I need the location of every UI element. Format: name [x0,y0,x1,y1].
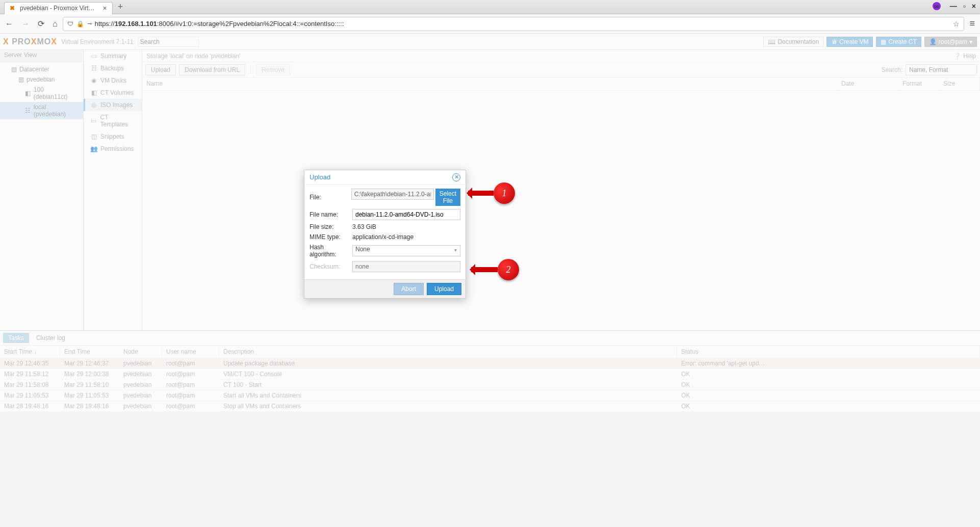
resource-tree: ▤Datacenter▥pvedebian◧100 (debian11ct)☷l… [0,62,83,121]
tab-tasks[interactable]: Tasks [3,333,29,343]
reload-icon[interactable]: ⟳ [38,19,44,29]
new-tab-button[interactable]: + [118,2,123,12]
task-row[interactable]: Mar 29 11:58:08Mar 29 11:58:10pvedebianr… [0,380,980,390]
tree-label: local (pvedebian) [34,103,79,118]
browser-toolbar: ← → ⟳ ⌂ 🛡 🔒 ⊸ https://192.168.1.101:8006… [0,14,980,34]
user-menu-button[interactable]: 👤root@pam ▾ [924,37,977,47]
nav-icon: 👥 [90,145,97,152]
hash-algo-label: Hash algorithm: [310,244,352,258]
filesize-value: 3.63 GiB [352,223,460,230]
modal-header[interactable]: Upload ✕ [304,170,466,185]
cube-icon: ▦ [881,38,886,45]
col-format[interactable]: Format [898,77,939,90]
tab-cluster-log[interactable]: Cluster log [31,333,70,343]
bookmark-star-icon[interactable]: ☆ [953,20,960,28]
nav-item[interactable]: ▭CT Templates [84,111,142,130]
upload-button[interactable]: Upload [145,64,176,75]
nav-label: ISO Images [100,101,133,109]
select-file-button[interactable]: Select File [435,189,460,206]
minimize-icon[interactable]: — [950,2,957,10]
book-icon: 📖 [768,38,776,45]
modal-close-icon[interactable]: ✕ [452,173,460,181]
col-start-time[interactable]: Start Time ↓ [0,346,60,358]
nav-item[interactable]: ◧CT Volumes [84,87,142,99]
col-status[interactable]: Status [677,346,980,358]
task-row[interactable]: Mar 29 11:58:12Mar 29 12:00:38pvedebianr… [0,369,980,380]
forward-icon[interactable]: → [21,19,30,29]
tree-item[interactable]: ☷local (pvedebian) [0,102,83,119]
nav-item[interactable]: ▭Summary [84,50,142,62]
shield-icon[interactable]: 🛡 [67,20,73,28]
documentation-button[interactable]: 📖Documentation [763,37,823,47]
header-search-input[interactable] [138,37,199,47]
col-node[interactable]: Node [119,346,162,358]
col-end-time[interactable]: End Time [60,346,119,358]
nav-icon: ▭ [90,117,97,124]
task-node: pvedebian [119,380,162,390]
grid-search-input[interactable] [906,64,977,75]
url-bar[interactable]: 🛡 🔒 ⊸ https://192.168.1.101:8006/#v1:0:=… [63,17,965,31]
task-user: root@pam [162,369,219,379]
tab-close-icon[interactable]: × [103,4,107,12]
task-start: Mar 29 11:05:53 [0,390,60,401]
nav-buttons: ← → ⟳ ⌂ [5,19,58,29]
extension-icon[interactable]: ∞ [933,2,941,10]
task-row[interactable]: Mar 28 19:48:16Mar 28 19:48:16pvedebianr… [0,401,980,412]
filename-input[interactable] [352,209,460,220]
col-size[interactable]: Size [939,77,980,90]
task-desc: CT 100 - Start [219,380,677,390]
hash-algo-select[interactable]: None [352,245,460,256]
version-text: Virtual Environment 7.1-11 [61,38,134,45]
create-ct-button[interactable]: ▦Create CT [876,37,921,47]
modal-footer: Abort Upload [304,279,466,298]
task-start: Mar 29 12:46:35 [0,358,60,368]
tree-item[interactable]: ▤Datacenter [0,64,83,74]
col-user[interactable]: User name [162,346,219,358]
nav-label: Permissions [100,145,134,152]
nav-item[interactable]: 👥Permissions [84,143,142,155]
browser-tab[interactable]: ✖ pvedebian - Proxmox Virt… × [4,2,113,14]
help-button[interactable]: ❔Help [953,52,976,60]
tree-label: pvedebian [27,76,55,83]
download-url-button[interactable]: Download from URL [179,64,245,75]
task-desc: Start all VMs and Containers [219,390,677,401]
modal-body: File: Select File File name: File size: … [304,185,466,279]
col-description[interactable]: Description [219,346,677,358]
task-status: OK [677,401,980,411]
nav-item[interactable]: ◫Snippets [84,130,142,143]
abort-button[interactable]: Abort [394,283,424,295]
proxmox-logo[interactable]: X PROXMOX [3,37,57,46]
col-date[interactable]: Date [837,77,898,90]
close-window-icon[interactable]: × [972,2,976,10]
create-vm-button[interactable]: 🖥Create VM [827,37,873,47]
back-icon[interactable]: ← [5,19,13,29]
tree-item[interactable]: ▥pvedebian [0,74,83,85]
tree-item[interactable]: ◧100 (debian11ct) [0,85,83,102]
task-user: root@pam [162,358,219,368]
lock-icon[interactable]: 🔒 [76,20,84,28]
tab-favicon-icon: ✖ [10,5,17,12]
nav-label: Backups [100,65,124,72]
server-view-header[interactable]: Server View [0,50,83,62]
maximize-icon[interactable]: ▫ [963,2,966,10]
home-icon[interactable]: ⌂ [53,19,58,29]
hamburger-menu-icon[interactable]: ≡ [969,18,975,29]
task-desc: Stop all VMs and Containers [219,401,677,411]
col-name[interactable]: Name [142,77,837,90]
nav-item[interactable]: ◉VM Disks [84,74,142,87]
tree-label: Datacenter [19,66,49,73]
server-view-panel: Server View ▤Datacenter▥pvedebian◧100 (d… [0,50,84,330]
upload-confirm-button[interactable]: Upload [427,283,461,295]
chevron-down-icon: ▾ [969,38,972,45]
callout-2-badge: 2 [498,259,519,280]
nav-item[interactable]: ◎ISO Images [84,99,142,111]
task-start: Mar 29 11:58:08 [0,380,60,390]
nav-item[interactable]: ☷Backups [84,62,142,74]
nav-icon: ◧ [90,89,97,96]
task-row[interactable]: Mar 29 12:46:35Mar 29 12:46:37pvedebianr… [0,358,980,369]
key-icon[interactable]: ⊸ [87,20,92,27]
tree-icon: ◧ [24,90,32,97]
task-row[interactable]: Mar 29 11:05:53Mar 29 11:05:53pvedebianr… [0,390,980,401]
task-desc: Update package database [219,358,677,368]
search-label: Search: [882,66,902,73]
